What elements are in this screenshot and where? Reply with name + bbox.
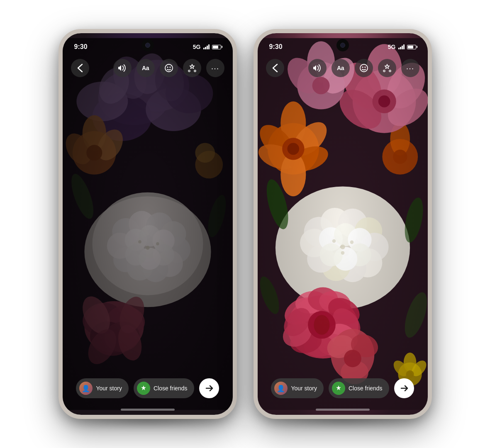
svg-point-55 <box>188 70 190 72</box>
phone-1-text-label: Aa <box>142 65 149 71</box>
phone-2-flower-art <box>258 33 428 415</box>
phone-2-back-button[interactable] <box>266 59 284 77</box>
phone-2-sticker-button[interactable] <box>355 59 373 77</box>
svg-rect-133 <box>258 38 428 410</box>
phone-1-more-dots: ··· <box>211 64 219 72</box>
phone-2-toolbar: Aa <box>258 56 428 80</box>
phone-1-close-friends-label: Close friends <box>154 385 188 392</box>
phone-2-camera <box>336 39 349 51</box>
phone-2-text-button[interactable]: Aa <box>332 59 350 77</box>
phone-2-toolbar-center: Aa <box>308 59 419 77</box>
phone-2-close-friends-icon <box>332 382 345 395</box>
phone-1-network: 5G <box>193 44 201 50</box>
phone-1-close-friends-button[interactable]: Close friends <box>134 378 194 398</box>
svg-point-135 <box>362 67 363 68</box>
phone-1-more-button[interactable]: ··· <box>206 59 224 77</box>
phone-1-screen: 9:30 5G <box>63 33 233 415</box>
phone-2-effects-button[interactable] <box>378 59 396 77</box>
phone-1-frame: 9:30 5G <box>59 29 237 419</box>
phone-1-time: 9:30 <box>74 43 88 51</box>
phone-2-battery-icon <box>407 45 416 49</box>
svg-point-53 <box>167 67 168 68</box>
phone-1-sound-button[interactable] <box>113 59 132 77</box>
phone-2-frame: 9:30 5G <box>254 29 432 419</box>
phone-1-home-indicator <box>121 409 175 411</box>
phone-2-network: 5G <box>388 44 396 50</box>
phone-2-more-dots: ··· <box>406 64 414 72</box>
phone-2-bottom-bar: Your story Close friends <box>258 378 428 398</box>
svg-point-54 <box>169 67 171 68</box>
phone-2-home-indicator <box>316 409 370 411</box>
phone-2-time: 9:30 <box>269 43 283 51</box>
svg-point-56 <box>194 70 196 72</box>
phone-1-flower-art <box>63 33 233 415</box>
phone-1-camera <box>141 39 154 51</box>
phone-2-sound-button[interactable] <box>308 59 327 77</box>
phone-2-status-right: 5G <box>388 44 416 50</box>
phone-1-toolbar: Aa <box>63 56 233 80</box>
phone-1-back-button[interactable] <box>71 59 89 77</box>
svg-point-137 <box>383 70 385 72</box>
phone-1-your-story-label: Your story <box>96 385 122 392</box>
phone-1-text-button[interactable]: Aa <box>137 59 155 77</box>
phone-1-close-friends-icon <box>137 382 150 395</box>
svg-rect-51 <box>63 38 233 410</box>
phone-1-sticker-button[interactable] <box>160 59 178 77</box>
phones-container: 9:30 5G <box>59 29 432 419</box>
phone-2-your-story-label: Your story <box>291 385 317 392</box>
phone-1-battery-icon <box>212 45 221 49</box>
phone-2-close-friends-button[interactable]: Close friends <box>329 378 389 398</box>
phone-2-close-friends-label: Close friends <box>349 385 383 392</box>
phone-1-toolbar-center: Aa <box>113 59 224 77</box>
phone-2-text-label: Aa <box>337 65 344 71</box>
phone-2-screen: 9:30 5G <box>258 33 428 415</box>
svg-point-138 <box>389 70 391 72</box>
svg-point-136 <box>364 67 366 68</box>
phone-2: 9:30 5G <box>254 29 432 419</box>
phone-2-send-button[interactable] <box>394 378 414 398</box>
phone-1-your-story-button[interactable]: Your story <box>76 378 129 398</box>
phone-1-send-button[interactable] <box>199 378 219 398</box>
phone-2-avatar <box>274 382 288 395</box>
phone-1-status-right: 5G <box>193 44 221 50</box>
svg-point-52 <box>165 64 173 72</box>
phone-2-more-button[interactable]: ··· <box>401 59 419 77</box>
phone-2-signal-icon <box>398 44 405 49</box>
phone-1-effects-button[interactable] <box>183 59 201 77</box>
phone-1-avatar <box>79 382 93 395</box>
phone-1-signal-icon <box>203 44 210 49</box>
phone-1-bottom-bar: Your story Close friends <box>63 378 233 398</box>
phone-1: 9:30 5G <box>59 29 237 419</box>
phone-2-your-story-button[interactable]: Your story <box>271 378 324 398</box>
svg-point-134 <box>360 64 368 72</box>
